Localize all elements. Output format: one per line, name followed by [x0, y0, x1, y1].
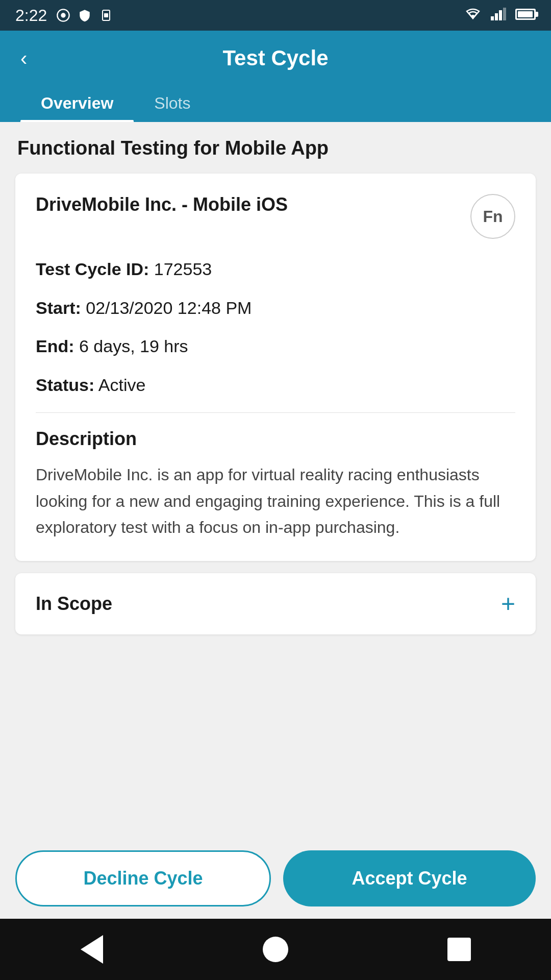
svg-rect-3 — [104, 13, 108, 17]
status-bar: 2:22 — [0, 0, 551, 31]
info-card: DriveMobile Inc. - Mobile iOS Fn Test Cy… — [15, 174, 536, 561]
card-header: DriveMobile Inc. - Mobile iOS Fn — [36, 194, 515, 239]
page-title: Functional Testing for Mobile App — [15, 137, 536, 159]
end-value: 6 days, 19 hrs — [79, 336, 188, 356]
nav-bar — [0, 919, 551, 980]
test-cycle-id-label: Test Cycle ID: — [36, 259, 149, 279]
wifi-icon — [463, 7, 483, 23]
status-value: Active — [98, 375, 146, 395]
svg-point-1 — [61, 13, 66, 17]
shield-icon — [77, 7, 93, 23]
autopilot-icon — [55, 7, 71, 23]
status-row: Status: Active — [36, 373, 515, 398]
tabs: Overview Slots — [20, 85, 531, 122]
svg-rect-5 — [495, 13, 498, 20]
test-cycle-id-row: Test Cycle ID: 172553 — [36, 257, 515, 282]
company-name: DriveMobile Inc. - Mobile iOS — [36, 194, 460, 215]
back-button[interactable]: ‹ — [20, 48, 27, 68]
battery-icon — [515, 9, 536, 22]
end-label: End: — [36, 336, 74, 356]
test-cycle-id-value: 172553 — [154, 259, 212, 279]
svg-rect-7 — [503, 8, 506, 20]
description-text: DriveMobile Inc. is an app for virtual r… — [36, 462, 515, 541]
main-content: Functional Testing for Mobile App DriveM… — [0, 122, 551, 872]
status-label: Status: — [36, 375, 94, 395]
header: ‹ Test Cycle Overview Slots — [0, 31, 551, 122]
avatar: Fn — [470, 194, 515, 239]
header-title: Test Cycle — [223, 46, 329, 70]
svg-rect-6 — [499, 10, 502, 20]
status-bar-left: 2:22 — [15, 6, 114, 25]
scope-title: In Scope — [36, 593, 112, 615]
status-time: 2:22 — [15, 6, 47, 25]
sim-icon — [98, 7, 114, 23]
description-title: Description — [36, 428, 515, 450]
nav-back-button[interactable] — [77, 934, 107, 965]
status-icons — [55, 7, 114, 23]
svg-rect-4 — [491, 16, 494, 20]
nav-home-icon — [263, 937, 288, 962]
nav-back-icon — [81, 935, 103, 964]
header-top: ‹ Test Cycle — [20, 46, 531, 85]
divider — [36, 412, 515, 413]
accept-cycle-button[interactable]: Accept Cycle — [283, 850, 536, 906]
start-row: Start: 02/13/2020 12:48 PM — [36, 296, 515, 321]
scope-card[interactable]: In Scope + — [15, 573, 536, 634]
tab-slots[interactable]: Slots — [134, 85, 211, 122]
start-label: Start: — [36, 298, 81, 317]
tab-overview[interactable]: Overview — [20, 85, 134, 122]
bottom-buttons: Decline Cycle Accept Cycle — [0, 838, 551, 919]
end-row: End: 6 days, 19 hrs — [36, 334, 515, 359]
nav-home-button[interactable] — [260, 934, 291, 965]
add-scope-icon[interactable]: + — [501, 592, 515, 616]
decline-cycle-button[interactable]: Decline Cycle — [15, 850, 271, 906]
nav-recents-icon — [447, 938, 471, 961]
start-value: 02/13/2020 12:48 PM — [86, 298, 252, 317]
nav-recents-button[interactable] — [444, 934, 474, 965]
status-bar-right — [463, 7, 536, 23]
signal-icon — [490, 7, 508, 23]
